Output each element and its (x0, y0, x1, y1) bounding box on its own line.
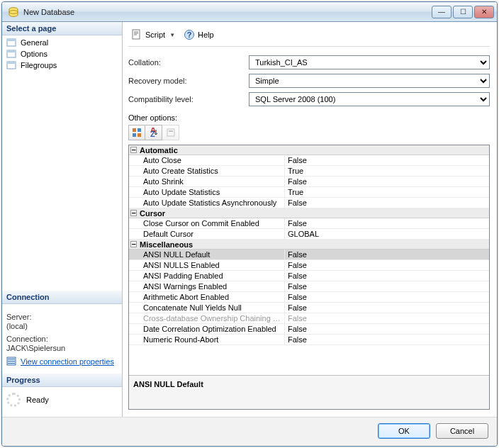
property-value[interactable]: True (285, 187, 489, 197)
property-name: Auto Update Statistics Asynchronously (129, 198, 285, 208)
minimize-button[interactable]: — (432, 6, 452, 18)
property-value[interactable]: False (285, 177, 489, 186)
maximize-button[interactable]: ☐ (453, 6, 473, 18)
grid-row[interactable]: ANSI Padding EnabledFalse (129, 271, 489, 281)
page-label: Filegroups (21, 61, 57, 69)
grid-row[interactable]: Arithmetic Abort EnabledFalse (129, 292, 489, 303)
left-panel: Select a page General Options Filegroups… (2, 22, 123, 417)
close-button[interactable]: ✕ (474, 6, 494, 18)
svg-rect-9 (8, 359, 15, 359)
property-value[interactable]: GLOBAL (285, 229, 489, 239)
property-grid-scroll[interactable]: −AutomaticAuto CloseFalseAuto Create Sta… (129, 145, 489, 375)
propertypages-button (162, 125, 179, 140)
propertypages-icon (166, 128, 176, 138)
view-connection-properties-link[interactable]: View connection properties (6, 357, 114, 366)
dialog-window: New Database — ☐ ✕ Select a page General… (1, 1, 498, 447)
grid-row[interactable]: Auto Update Statistics AsynchronouslyFal… (129, 198, 489, 208)
collapse-icon[interactable]: − (130, 241, 137, 247)
property-name: Auto Create Statistics (129, 166, 285, 176)
property-value[interactable]: False (285, 335, 489, 345)
server-value: (local) (6, 322, 118, 330)
help-icon: ? (184, 29, 195, 40)
ok-button[interactable]: OK (378, 423, 430, 439)
page-label: General (21, 38, 48, 47)
svg-rect-21 (167, 129, 174, 136)
property-value[interactable]: False (285, 260, 489, 270)
property-value[interactable]: False (285, 303, 489, 313)
grid-row[interactable]: ANSI Warnings EnabledFalse (129, 281, 489, 292)
property-name: Concatenate Null Yields Null (129, 303, 285, 313)
page-options[interactable]: Options (5, 48, 119, 60)
categorized-icon (132, 128, 142, 138)
property-value[interactable]: False (285, 313, 489, 323)
grid-row[interactable]: Numeric Round-AbortFalse (129, 335, 489, 345)
progress-panel: Ready (2, 387, 122, 417)
alphabetical-button[interactable]: AZ (145, 125, 162, 140)
svg-rect-17 (133, 133, 136, 137)
property-name: ANSI NULL Default (129, 250, 285, 259)
property-value[interactable]: False (285, 292, 489, 302)
grid-row[interactable]: Auto ShrinkFalse (129, 177, 489, 187)
script-button[interactable]: Script ▼ (128, 28, 178, 42)
property-value[interactable]: False (285, 250, 489, 259)
grid-category[interactable]: −Miscellaneous (129, 240, 489, 250)
property-value[interactable]: False (285, 198, 489, 208)
page-icon (6, 60, 18, 70)
compat-select[interactable]: SQL Server 2008 (100) (249, 92, 490, 106)
grid-category[interactable]: −Cursor (129, 208, 489, 218)
page-filegroups[interactable]: Filegroups (5, 60, 119, 71)
page-icon (6, 38, 18, 47)
grid-row[interactable]: Concatenate Null Yields NullFalse (129, 303, 489, 313)
property-name: ANSI Padding Enabled (129, 271, 285, 281)
connection-value: JACK\Spielersun (6, 344, 118, 352)
cancel-button[interactable]: Cancel (436, 423, 488, 439)
category-name: Automatic (140, 146, 178, 155)
property-value[interactable]: True (285, 166, 489, 176)
grid-row[interactable]: Auto CloseFalse (129, 155, 489, 166)
collapse-icon[interactable]: − (130, 147, 137, 153)
help-button[interactable]: ? Help (181, 28, 217, 42)
svg-rect-15 (133, 128, 136, 132)
link-text: View connection properties (21, 357, 114, 366)
grid-row[interactable]: ANSI NULLS EnabledFalse (129, 260, 489, 271)
property-value[interactable]: False (285, 271, 489, 281)
property-value[interactable]: False (285, 155, 489, 165)
properties-icon (6, 357, 18, 366)
progress-state: Ready (26, 396, 49, 404)
grid-row[interactable]: Auto Create StatisticsTrue (129, 166, 489, 177)
grid-row[interactable]: ANSI NULL DefaultFalse (129, 250, 489, 260)
collation-label: Collation: (128, 58, 249, 67)
property-value[interactable]: False (285, 324, 489, 334)
property-name: ANSI NULLS Enabled (129, 260, 285, 270)
titlebar[interactable]: New Database — ☐ ✕ (2, 2, 497, 22)
progress-header: Progress (2, 374, 122, 387)
svg-rect-7 (7, 62, 16, 64)
svg-text:?: ? (187, 30, 192, 39)
grid-row[interactable]: Close Cursor on Commit EnabledFalse (129, 218, 489, 229)
page-general[interactable]: General (5, 37, 119, 48)
page-label: Options (21, 50, 47, 58)
page-icon (6, 49, 18, 59)
svg-rect-11 (8, 363, 15, 364)
svg-rect-22 (169, 130, 173, 132)
property-value[interactable]: False (285, 218, 489, 228)
connection-info: Server: (local) Connection: JACK\Spieler… (2, 304, 122, 374)
grid-category[interactable]: −Automatic (129, 145, 489, 155)
grid-row[interactable]: Default CursorGLOBAL (129, 229, 489, 240)
svg-rect-16 (138, 128, 141, 132)
grid-row[interactable]: Cross-database Ownership Chaining Enable… (129, 313, 489, 324)
collation-select[interactable]: Turkish_CI_AS (249, 55, 490, 69)
property-value[interactable]: False (285, 281, 489, 291)
alphabetical-icon: AZ (149, 128, 159, 138)
property-name: Arithmetic Abort Enabled (129, 292, 285, 302)
svg-rect-3 (7, 39, 16, 41)
collapse-icon[interactable]: − (130, 210, 137, 216)
svg-rect-10 (8, 361, 15, 362)
select-page-header: Select a page (2, 22, 122, 35)
categorized-button[interactable] (128, 125, 145, 140)
script-label: Script (145, 30, 165, 39)
server-label: Server: (6, 313, 118, 321)
grid-row[interactable]: Auto Update StatisticsTrue (129, 187, 489, 198)
recovery-select[interactable]: Simple (249, 74, 490, 88)
grid-row[interactable]: Date Correlation Optimization EnabledFal… (129, 324, 489, 335)
